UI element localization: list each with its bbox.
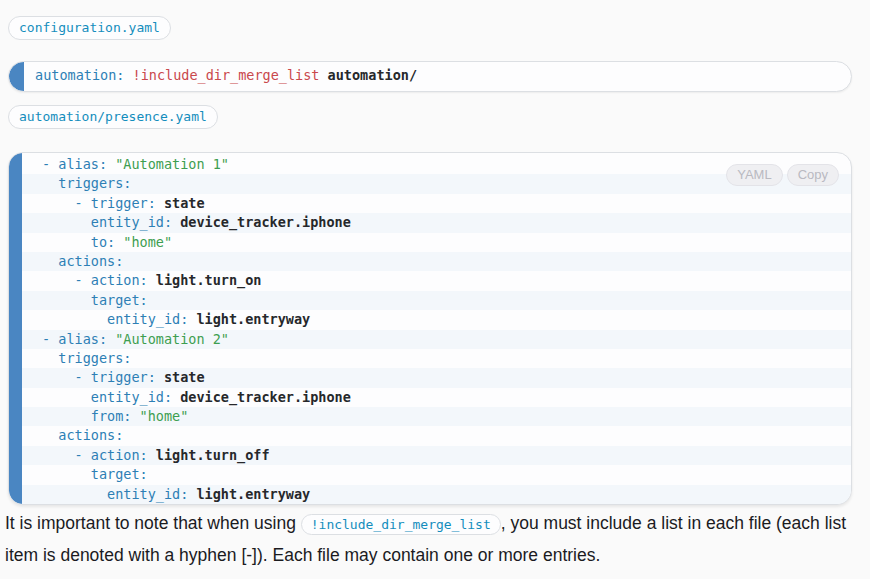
code-line: - action: light.turn_off bbox=[9, 446, 851, 465]
code-token: entity_id: bbox=[42, 311, 196, 327]
code-token: light.entryway bbox=[196, 486, 310, 502]
code-token: - alias: bbox=[42, 156, 115, 172]
single-code-line: automation: !include_dir_merge_list auto… bbox=[35, 67, 417, 83]
code-token: "home" bbox=[123, 234, 172, 250]
code-block-accent-bar bbox=[9, 153, 22, 504]
code-block-accent-bar bbox=[9, 62, 24, 91]
code-line: entity_id: device_tracker.iphone bbox=[9, 213, 851, 232]
code-line: actions: bbox=[9, 252, 851, 271]
file-label-presence-yaml: automation/presence.yaml bbox=[8, 105, 218, 129]
code-block-configuration: automation: !include_dir_merge_list auto… bbox=[8, 61, 852, 92]
code-token: "Automation 1" bbox=[115, 156, 229, 172]
paragraph: It is important to note that when using … bbox=[5, 508, 863, 570]
code-line: - trigger: state bbox=[9, 368, 851, 387]
yaml-toggle-button[interactable]: YAML bbox=[726, 164, 782, 186]
code-token: light.entryway bbox=[196, 311, 310, 327]
code-token: entity_id: bbox=[42, 214, 180, 230]
code-token: target: bbox=[42, 292, 148, 308]
code-token: entity_id: bbox=[42, 486, 196, 502]
code-token: target: bbox=[42, 466, 148, 482]
code-token: to: bbox=[42, 234, 123, 250]
code-line: triggers: bbox=[9, 174, 851, 193]
code-line: - alias: "Automation 1" bbox=[9, 155, 851, 174]
code-token: - trigger: bbox=[42, 369, 164, 385]
code-token: - trigger: bbox=[42, 195, 164, 211]
inline-code: !include_dir_merge_list bbox=[301, 514, 501, 535]
code-token: state bbox=[164, 369, 205, 385]
copy-button[interactable]: Copy bbox=[787, 164, 839, 186]
code-token: - action: bbox=[42, 272, 156, 288]
file-label-configuration-yaml: configuration.yaml bbox=[8, 16, 171, 40]
code-line: entity_id: light.entryway bbox=[9, 310, 851, 329]
code-token: "home" bbox=[140, 408, 189, 424]
code-token: automation/ bbox=[319, 67, 417, 83]
code-line: - trigger: state bbox=[9, 194, 851, 213]
code-token: !include_dir_merge_list bbox=[133, 67, 320, 83]
code-block-toolbar: YAML Copy bbox=[726, 164, 839, 186]
code-token: "Automation 2" bbox=[115, 331, 229, 347]
code-lines: - alias: "Automation 1" triggers: - trig… bbox=[9, 155, 851, 504]
code-token: device_tracker.iphone bbox=[180, 214, 351, 230]
code-token: light.turn_off bbox=[156, 447, 270, 463]
code-line: from: "home" bbox=[9, 407, 851, 426]
code-block-automations: YAML Copy - alias: "Automation 1" trigge… bbox=[8, 152, 852, 505]
code-token: entity_id: bbox=[42, 389, 180, 405]
code-token: triggers: bbox=[42, 350, 131, 366]
code-token: state bbox=[164, 195, 205, 211]
paragraph-text-before: It is important to note that when using bbox=[5, 513, 301, 533]
code-line: entity_id: light.entryway bbox=[9, 485, 851, 504]
code-line: - alias: "Automation 2" bbox=[9, 330, 851, 349]
code-token: - alias: bbox=[42, 331, 115, 347]
code-token: actions: bbox=[42, 253, 123, 269]
code-token: - action: bbox=[42, 447, 156, 463]
code-line: to: "home" bbox=[9, 233, 851, 252]
code-token: actions: bbox=[42, 427, 123, 443]
code-line: target: bbox=[9, 291, 851, 310]
code-token: triggers: bbox=[42, 175, 131, 191]
code-line: actions: bbox=[9, 426, 851, 445]
code-token: automation: bbox=[35, 67, 133, 83]
code-line: triggers: bbox=[9, 349, 851, 368]
code-line: target: bbox=[9, 465, 851, 484]
code-token: light.turn_on bbox=[156, 272, 262, 288]
code-token: device_tracker.iphone bbox=[180, 389, 351, 405]
code-line: entity_id: device_tracker.iphone bbox=[9, 388, 851, 407]
code-line: - action: light.turn_on bbox=[9, 271, 851, 290]
code-token: from: bbox=[42, 408, 140, 424]
